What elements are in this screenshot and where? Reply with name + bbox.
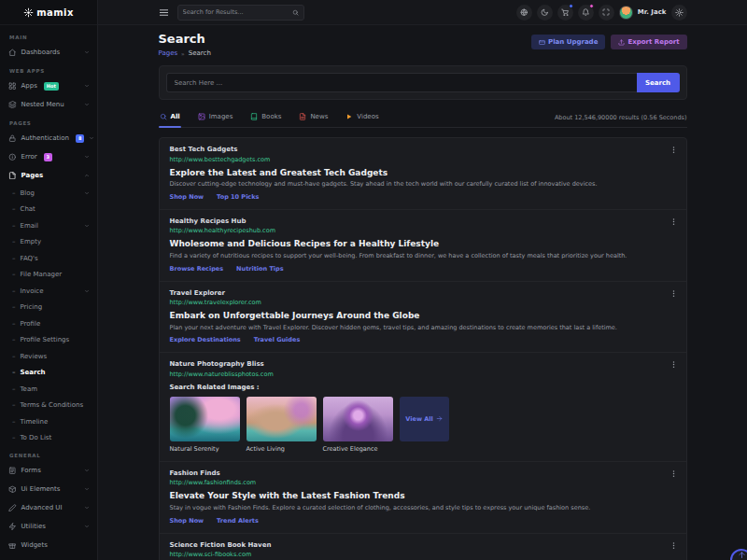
result-link-travel-guides[interactable]: Travel Guides: [254, 336, 301, 343]
sidebar-item-label: Advanced UI: [21, 504, 63, 511]
sidebar-subitem-blog[interactable]: Blog: [8, 185, 90, 202]
result-options-icon[interactable]: [669, 146, 678, 154]
user-name[interactable]: Mr. Jack: [638, 8, 667, 16]
tab-images[interactable]: Images: [197, 108, 234, 127]
result-link-explore-destinations[interactable]: Explore Destinations: [170, 336, 241, 343]
result-link-shop-now[interactable]: Shop Now: [170, 193, 204, 201]
search-button[interactable]: Search: [637, 73, 680, 92]
result-url[interactable]: http://www.natureblissphotos.com: [170, 371, 676, 378]
result-headline[interactable]: Explore the Latest and Greatest Tech Gad…: [170, 168, 676, 177]
sidebar-item-label: Utilities: [21, 523, 46, 530]
result-link-shop-now[interactable]: Shop Now: [170, 517, 204, 525]
hamburger-menu-icon[interactable]: [159, 7, 169, 18]
result-link-top-10-picks[interactable]: Top 10 Picks: [217, 193, 259, 201]
result-url[interactable]: http://www.fashionfinds.com: [170, 479, 676, 486]
sidebar-subitem-pricing[interactable]: Pricing: [8, 300, 90, 316]
sidebar-subitem-faq-s[interactable]: FAQ's: [8, 250, 90, 267]
sidebar-subitem-invoice[interactable]: Invoice: [8, 283, 90, 300]
sidebar-item-ui-elements[interactable]: Ui Elements: [8, 480, 90, 498]
chevron-down-icon: [84, 288, 90, 294]
sidebar-item-dashboards[interactable]: Dashboards: [8, 43, 90, 62]
sidebar-item-error[interactable]: Error3: [8, 147, 90, 166]
sidebar-item-label: Nested Menu: [21, 101, 64, 108]
dark-mode-button[interactable]: [537, 5, 553, 21]
notification-badge: [589, 4, 594, 8]
result-link-trend-alerts[interactable]: Trend Alerts: [217, 517, 259, 525]
result-url[interactable]: http://www.travelexplorer.com: [170, 299, 676, 306]
export-report-button[interactable]: Export Report: [611, 35, 686, 49]
result-options-icon[interactable]: [669, 217, 678, 226]
settings-button[interactable]: [671, 5, 687, 21]
result-url[interactable]: http://www.sci-fibooks.com: [170, 551, 676, 558]
sidebar-item-utilities[interactable]: Utilities: [8, 517, 90, 536]
sidebar-subitem-search[interactable]: Search: [8, 365, 90, 382]
home-icon: [8, 49, 17, 57]
sidebar-item-pages[interactable]: Pages: [8, 166, 90, 185]
search-input[interactable]: [166, 73, 637, 92]
notifications-button[interactable]: [578, 5, 594, 21]
image-thumbnail-natural-serenity[interactable]: [170, 397, 240, 441]
result-url[interactable]: http://www.healthyrecipeshub.com: [170, 227, 676, 234]
result-link-browse-recipes[interactable]: Browse Recipes: [170, 265, 224, 273]
sidebar-subitem-reviews[interactable]: Reviews: [8, 348, 90, 365]
result-headline[interactable]: Wholesome and Delicious Recipes for a He…: [170, 239, 676, 248]
image-thumbnail-creative-elegance[interactable]: [323, 397, 393, 441]
tab-label: All: [171, 113, 180, 120]
view-all-label: View All: [405, 415, 432, 423]
sidebar-subitem-empty[interactable]: Empty: [8, 234, 90, 251]
result-url[interactable]: http://www.besttechgadgets.com: [170, 156, 676, 163]
tab-news[interactable]: News: [298, 108, 329, 127]
sidebar-subitem-file-manager[interactable]: File Manager: [8, 267, 90, 284]
chevron-down-icon: [84, 505, 90, 511]
sidebar-subitem-to-do-list[interactable]: To Do List: [8, 430, 90, 447]
brand-name: mamix: [36, 7, 73, 18]
result-headline[interactable]: Embark on Unforgettable Journeys Around …: [170, 311, 676, 320]
cart-button[interactable]: [557, 5, 573, 21]
sidebar-item-widgets[interactable]: Widgets: [8, 536, 90, 554]
book-icon: [250, 113, 258, 120]
search-icon[interactable]: [292, 9, 299, 16]
sidebar-item-forms[interactable]: Forms: [8, 461, 90, 480]
topbar-search-input[interactable]: [183, 8, 289, 16]
sidebar-subitem-label: Profile Settings: [21, 336, 70, 343]
plan-upgrade-button[interactable]: Plan Upgrade: [531, 35, 605, 49]
tab-videos[interactable]: Videos: [345, 108, 379, 127]
user-avatar[interactable]: [619, 6, 633, 20]
translate-button[interactable]: [516, 5, 532, 21]
result-link-nutrition-tips[interactable]: Nutrition Tips: [236, 265, 283, 273]
breadcrumb-parent[interactable]: Pages: [159, 49, 178, 57]
result-options-icon[interactable]: [669, 469, 678, 478]
image-thumbnail-active-living[interactable]: [247, 397, 317, 441]
sidebar-subitem-timeline[interactable]: Timeline: [8, 413, 90, 430]
brand-logo[interactable]: mamix: [0, 0, 97, 25]
sidebar-item-apps[interactable]: AppsHot: [8, 77, 90, 95]
moon-icon: [541, 8, 549, 17]
sidebar-badge: 3: [44, 153, 52, 161]
sidebar-item-nested-menu[interactable]: Nested Menu: [8, 95, 90, 114]
sidebar-subitem-email[interactable]: Email: [8, 217, 90, 234]
sidebar-subitem-profile-settings[interactable]: Profile Settings: [8, 332, 90, 349]
related-image: Creative Elegance: [323, 397, 393, 453]
sidebar-subitem-profile[interactable]: Profile: [8, 315, 90, 332]
sidebar-subitem-label: Terms & Conditions: [21, 401, 84, 409]
search-result-travel-explorer: Travel Explorerhttp://www.travelexplorer…: [160, 282, 686, 354]
sidebar-item-advanced-ui[interactable]: Advanced UI: [8, 498, 90, 517]
result-options-icon[interactable]: [669, 360, 678, 369]
result-options-icon[interactable]: [669, 541, 678, 550]
tab-all[interactable]: All: [159, 108, 181, 127]
result-headline[interactable]: Elevate Your Style with the Latest Fashi…: [170, 491, 676, 500]
arrow-up-icon: [738, 551, 746, 559]
sidebar-item-authentication[interactable]: Authentication8: [8, 129, 90, 147]
tab-label: Videos: [357, 113, 378, 120]
utilities-icon: [8, 523, 17, 531]
result-options-icon[interactable]: [669, 289, 678, 298]
fullscreen-button[interactable]: [599, 5, 614, 21]
tab-books[interactable]: Books: [249, 108, 282, 127]
sidebar-subitem-chat[interactable]: Chat: [8, 202, 90, 218]
sidebar-subitem-terms-conditions[interactable]: Terms & Conditions: [8, 398, 90, 414]
view-all-button[interactable]: View All: [400, 397, 449, 441]
sidebar-subitem-label: Search: [21, 369, 46, 376]
translate-icon: [520, 8, 529, 17]
sidebar-subitem-team[interactable]: Team: [8, 381, 90, 398]
chevron-down-icon: [84, 223, 90, 229]
